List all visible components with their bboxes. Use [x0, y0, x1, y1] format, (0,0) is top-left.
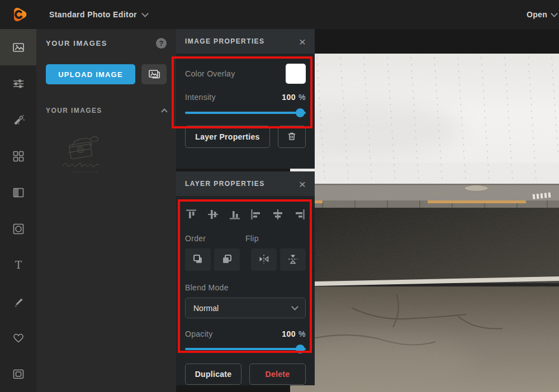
layer-properties-button[interactable]: Layer Properties — [185, 126, 270, 148]
opacity-value: 100 — [282, 329, 296, 338]
color-overlay-label: Color Overlay — [185, 69, 235, 78]
intensity-label: Intensity — [185, 93, 216, 102]
chevron-down-icon — [551, 10, 558, 17]
opacity-unit: % — [299, 329, 306, 338]
magic-wand-icon — [12, 113, 25, 127]
chevron-down-icon — [141, 10, 149, 17]
panel-title: LAYER PROPERTIES — [185, 180, 265, 188]
sidebar-item-draw[interactable] — [0, 283, 36, 319]
panel-title: YOUR IMAGES — [46, 39, 107, 47]
chevron-down-icon — [291, 303, 299, 310]
panel-title: IMAGE PROPERTIES — [185, 37, 264, 45]
project-title-menu[interactable]: Standard Photo Editor — [49, 0, 148, 29]
effects-grid-icon — [12, 150, 25, 163]
sidebar-item-overlays[interactable] — [0, 211, 36, 247]
sidebar-item-frames[interactable] — [0, 356, 36, 392]
opacity-label: Opacity — [185, 329, 213, 338]
flip-horizontal-button[interactable] — [251, 248, 277, 271]
intensity-unit: % — [299, 93, 306, 102]
intensity-slider[interactable] — [185, 108, 306, 117]
sidebar-item-retouch[interactable] — [0, 102, 36, 138]
flip-horizontal-icon — [258, 253, 270, 267]
color-overlay-swatch[interactable] — [286, 64, 306, 84]
sidebar-item-graphics[interactable] — [0, 319, 36, 356]
close-icon[interactable]: × — [299, 178, 306, 190]
blend-mode-label: Blend Mode — [185, 283, 229, 292]
align-right-button[interactable] — [293, 208, 306, 221]
upload-image-button[interactable]: UPLOAD IMAGE — [46, 64, 135, 84]
blend-mode-select[interactable]: Normal — [185, 298, 306, 318]
image-thumbnail[interactable] — [59, 131, 115, 176]
blend-mode-value: Normal — [193, 304, 219, 313]
bring-forward-icon — [192, 253, 204, 267]
opacity-slider[interactable] — [185, 345, 306, 353]
align-bottom-button[interactable] — [229, 208, 241, 221]
heart-icon — [12, 331, 25, 345]
flip-vertical-icon — [287, 253, 299, 267]
intensity-value: 100 — [282, 93, 296, 102]
rounded-frame-icon — [12, 367, 25, 381]
help-icon[interactable]: ? — [156, 38, 167, 49]
tool-sidebar: T — [0, 29, 36, 392]
open-button[interactable]: Open — [527, 0, 549, 29]
chevron-up-icon — [161, 108, 167, 114]
sidebar-item-filters[interactable] — [0, 174, 36, 211]
sidebar-item-effects[interactable] — [0, 138, 36, 174]
app-window: Standard Photo Editor Open T — [0, 0, 559, 392]
slider-handle[interactable] — [296, 345, 305, 353]
align-middle-button[interactable] — [207, 208, 219, 221]
sample-images-button[interactable] — [141, 64, 167, 84]
sliders-icon — [12, 77, 25, 90]
top-bar: Standard Photo Editor Open — [0, 0, 559, 29]
send-backward-icon — [221, 253, 233, 267]
layer-properties-panel: LAYER PROPERTIES × Order Flip — [176, 171, 315, 385]
sidebar-item-photo[interactable] — [0, 29, 36, 65]
flip-vertical-button[interactable] — [280, 248, 306, 271]
pen-icon — [12, 295, 25, 308]
order-label: Order — [185, 234, 245, 243]
sidebar-item-text[interactable]: T — [0, 247, 36, 283]
send-backward-button[interactable] — [214, 248, 240, 271]
split-frame-icon — [12, 186, 25, 199]
photos-icon — [148, 68, 160, 81]
align-left-button[interactable] — [250, 208, 262, 221]
project-title: Standard Photo Editor — [49, 10, 137, 19]
align-center-button[interactable] — [272, 208, 284, 221]
delete-button[interactable]: Delete — [249, 364, 306, 385]
slider-track — [185, 348, 306, 350]
section-label: YOUR IMAGES — [46, 107, 102, 114]
text-icon: T — [12, 259, 25, 272]
svg-text:T: T — [15, 259, 21, 271]
open-label: Open — [527, 10, 547, 19]
trash-icon — [287, 131, 297, 143]
your-images-panel: YOUR IMAGES ? UPLOAD IMAGE YOUR IMAGES — [36, 29, 176, 392]
your-images-section-toggle[interactable]: YOUR IMAGES — [36, 84, 176, 114]
image-icon — [12, 41, 25, 54]
flip-label: Flip — [245, 234, 306, 243]
circle-frame-icon — [12, 222, 25, 236]
close-icon[interactable]: × — [299, 36, 306, 47]
delete-layer-button[interactable] — [278, 126, 306, 148]
slider-handle[interactable] — [296, 108, 305, 117]
app-logo-icon[interactable] — [10, 6, 28, 23]
slider-track — [185, 112, 306, 114]
bring-forward-button[interactable] — [185, 248, 211, 271]
image-properties-panel: IMAGE PROPERTIES × Color Overlay Intensi… — [176, 29, 315, 169]
sidebar-item-adjust[interactable] — [0, 65, 36, 102]
duplicate-button[interactable]: Duplicate — [185, 364, 241, 385]
align-top-button[interactable] — [185, 208, 197, 221]
canvas-photo[interactable] — [290, 54, 559, 392]
